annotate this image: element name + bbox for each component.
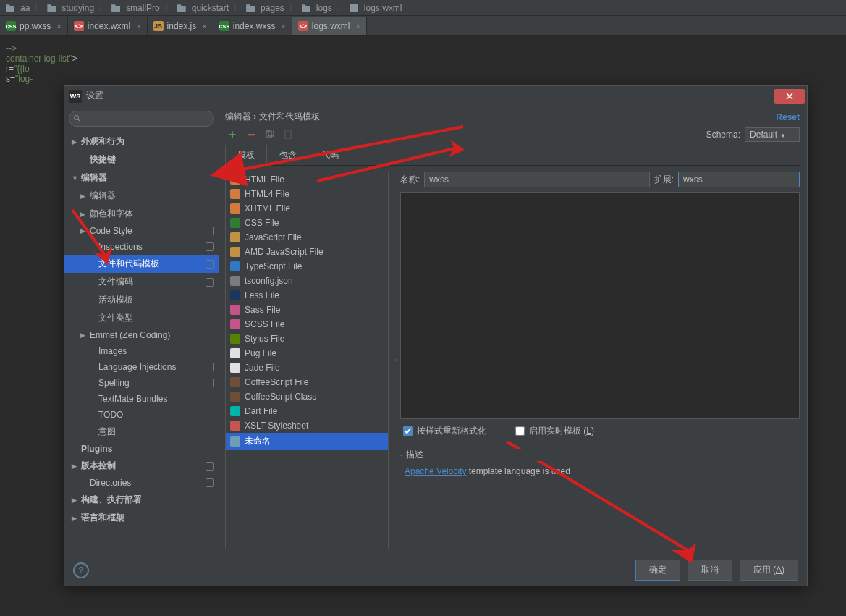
breadcrumb-item[interactable]: pages xyxy=(245,3,286,13)
reformat-checkbox[interactable]: 按样式重新格式化 xyxy=(403,425,486,437)
close-tab-icon[interactable]: × xyxy=(281,22,285,30)
breadcrumb-item[interactable]: studying xyxy=(46,3,96,13)
template-list-item[interactable]: HTML4 File xyxy=(226,187,388,201)
close-tab-icon[interactable]: × xyxy=(56,22,61,30)
schema-select[interactable]: Default xyxy=(745,127,800,142)
search-input[interactable] xyxy=(69,111,214,127)
sidebar-item[interactable]: 文件类型 xyxy=(64,309,219,327)
close-button[interactable] xyxy=(774,89,805,104)
expand-arrow-icon xyxy=(80,332,86,339)
template-list-item[interactable]: TypeScript File xyxy=(226,259,388,274)
sidebar-item[interactable]: 编辑器 xyxy=(64,187,219,205)
sidebar-item[interactable]: 版本控制 xyxy=(64,457,219,475)
live-template-checkbox[interactable]: 启用实时模板 (L) xyxy=(515,425,594,437)
project-scheme-icon xyxy=(206,379,214,387)
template-code-area[interactable] xyxy=(400,192,800,419)
template-list-item[interactable]: Sass File xyxy=(226,303,388,317)
sidebar-item[interactable]: Spelling xyxy=(64,375,219,391)
apache-velocity-link[interactable]: Apache Velocity xyxy=(405,466,466,476)
cancel-button[interactable]: 取消 xyxy=(688,560,732,581)
sidebar-item[interactable]: 语言和框架 xyxy=(64,509,219,527)
name-input[interactable] xyxy=(424,172,649,187)
sidebar-item[interactable]: 活动模板 xyxy=(64,291,219,309)
subtab[interactable]: 模板 xyxy=(225,145,267,166)
breadcrumb-item[interactable]: smallPro xyxy=(110,3,161,13)
copy-template-button[interactable] xyxy=(263,127,277,142)
extension-label: 扩展: xyxy=(654,174,674,186)
sidebar-item[interactable]: Images xyxy=(64,343,219,359)
breadcrumb-item[interactable]: aa xyxy=(4,3,31,13)
template-list-item[interactable]: CSS File xyxy=(226,216,388,230)
filetype-icon xyxy=(230,421,240,431)
sidebar-item[interactable]: Code Style xyxy=(64,223,219,239)
filetype-icon: <> xyxy=(74,21,84,31)
sidebar-item-label: Code Style xyxy=(90,226,132,236)
reformat-checkbox-input[interactable] xyxy=(403,426,413,436)
template-list-item[interactable]: SCSS File xyxy=(226,317,388,332)
template-list-item[interactable]: tsconfig.json xyxy=(226,274,388,288)
filetype-icon xyxy=(230,203,240,214)
template-list-item[interactable]: Stylus File xyxy=(226,332,388,346)
sidebar-item[interactable]: Emmet (Zen Coding) xyxy=(64,327,219,343)
breadcrumb-item[interactable]: logs xyxy=(300,3,334,13)
sidebar-item[interactable]: 外观和行为 xyxy=(64,132,219,151)
template-list-item[interactable]: AMD JavaScript File xyxy=(226,245,388,259)
reset-link[interactable]: Reset xyxy=(776,112,800,122)
splitter-handle[interactable]: ⋮ xyxy=(393,172,396,549)
sidebar-item[interactable]: 构建、执行部署 xyxy=(64,491,219,509)
close-tab-icon[interactable]: × xyxy=(202,22,206,30)
template-list-item[interactable]: XHTML File xyxy=(226,201,388,216)
sidebar-item[interactable]: Directories xyxy=(64,475,219,491)
template-list-item[interactable]: CoffeeScript File xyxy=(226,375,388,389)
breadcrumb-item[interactable]: logs.wxml xyxy=(348,3,404,13)
template-list-item[interactable]: JavaScript File xyxy=(226,230,388,245)
sidebar-item[interactable]: TODO xyxy=(64,407,219,423)
template-list-item[interactable]: 未命名 xyxy=(226,433,388,450)
sidebar-item[interactable]: 文件和代码模板 xyxy=(64,255,219,273)
schema-label: Schema: xyxy=(706,130,740,140)
sidebar-item-label: TODO xyxy=(98,410,123,420)
template-list-item[interactable]: Less File xyxy=(226,288,388,303)
editor-tab[interactable]: JSindex.js× xyxy=(148,17,213,35)
tab-bar: csspp.wxss×<>index.wxml×JSindex.js×cssin… xyxy=(0,16,846,36)
subtab[interactable]: 包含 xyxy=(267,145,309,166)
remove-template-button[interactable]: − xyxy=(244,127,258,142)
expand-arrow-icon xyxy=(72,463,77,470)
app-logo-icon: WS xyxy=(69,90,82,103)
titlebar: WS 设置 xyxy=(64,86,807,106)
template-list-item[interactable]: Jade File xyxy=(226,360,388,375)
breadcrumb-item[interactable]: quickstart xyxy=(176,3,230,13)
folder-icon xyxy=(246,4,255,12)
live-template-checkbox-input[interactable] xyxy=(515,426,525,436)
close-tab-icon[interactable]: × xyxy=(136,22,140,30)
close-tab-icon[interactable]: × xyxy=(356,22,360,30)
help-button[interactable]: ? xyxy=(73,562,89,578)
sidebar-item[interactable]: 颜色和字体 xyxy=(64,205,219,223)
sidebar-item[interactable]: 文件编码 xyxy=(64,273,219,291)
editor-tab[interactable]: cssindex.wxss× xyxy=(213,17,292,35)
template-list-item[interactable]: HTML File xyxy=(226,172,388,187)
template-list-item[interactable]: CoffeeScript Class xyxy=(226,389,388,404)
ok-button[interactable]: 确定 xyxy=(635,560,680,581)
sidebar-item[interactable]: TextMate Bundles xyxy=(64,391,219,407)
extension-input[interactable] xyxy=(678,172,800,187)
sidebar-item-label: Emmet (Zen Coding) xyxy=(90,330,170,340)
template-list-item[interactable]: XSLT Stylesheet xyxy=(226,418,388,433)
project-scheme-icon xyxy=(206,260,214,269)
apply-button[interactable]: 应用 (A) xyxy=(740,560,798,581)
editor-tab[interactable]: <>index.wxml× xyxy=(68,17,148,35)
template-list-item[interactable]: Pug File xyxy=(226,346,388,360)
paste-template-button[interactable] xyxy=(282,127,296,142)
editor-tab[interactable]: <>logs.wxml× xyxy=(292,17,367,35)
template-list-item[interactable]: Dart File xyxy=(226,404,388,418)
sidebar-item[interactable]: 编辑器 xyxy=(64,169,219,187)
sidebar-item[interactable]: Language Injections xyxy=(64,359,219,375)
sidebar-item[interactable]: 意图 xyxy=(64,423,219,441)
add-template-button[interactable]: + xyxy=(225,127,240,142)
sidebar-item[interactable]: 快捷键 xyxy=(64,151,219,169)
template-item-label: Dart File xyxy=(245,406,277,416)
editor-tab[interactable]: csspp.wxss× xyxy=(0,17,68,35)
subtab[interactable]: 代码 xyxy=(309,145,351,166)
sidebar-item[interactable]: Plugins xyxy=(64,441,219,457)
sidebar-item[interactable]: Inspections xyxy=(64,239,219,255)
